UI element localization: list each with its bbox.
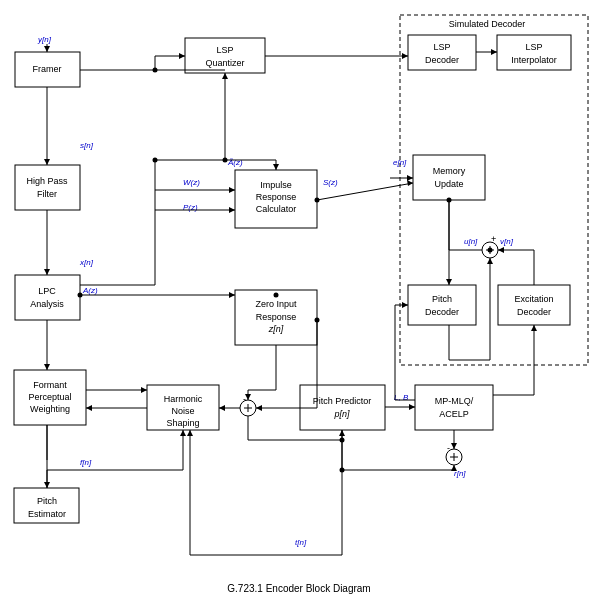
diagram-caption: G.723.1 Encoder Block Diagram (227, 583, 370, 594)
svg-text:Analysis: Analysis (30, 299, 64, 309)
sz-label: S(z) (323, 178, 338, 187)
junction-dot-6 (274, 293, 279, 298)
svg-marker-45 (491, 49, 497, 55)
az-tilde-label: Ã(z) (227, 158, 243, 167)
junction-dot-1 (153, 68, 158, 73)
svg-text:Decoder: Decoder (517, 307, 551, 317)
junction-dot-10 (78, 293, 83, 298)
zero-input-label: Zero Input (255, 299, 297, 309)
junction-dot-7 (340, 438, 345, 443)
fn-label: f[n] (80, 458, 92, 467)
svg-text:p[n]: p[n] (333, 409, 350, 419)
svg-text:Shaping: Shaping (166, 418, 199, 428)
excitation-decoder-block (498, 285, 570, 325)
svg-marker-52 (222, 73, 228, 79)
junction-dot-8 (488, 248, 493, 253)
svg-marker-63 (407, 175, 413, 181)
pitch-decoder-label: Pitch (432, 294, 452, 304)
svg-marker-93 (409, 404, 415, 410)
high-pass-filter-block (15, 165, 80, 210)
svg-marker-29 (44, 46, 50, 52)
lsp-quantizer-label: LSP (216, 45, 233, 55)
lsp-decoder-label: LSP (433, 42, 450, 52)
formant-weighting-label: Formant (33, 380, 67, 390)
svg-marker-81 (86, 405, 92, 411)
en-label: e[n] (393, 158, 407, 167)
mp-mlq-block (415, 385, 493, 430)
pitch-predictor-label: Pitch Predictor (313, 396, 372, 406)
svg-text:Decoder: Decoder (425, 307, 459, 317)
junction-dot-9 (447, 198, 452, 203)
svg-marker-33 (44, 269, 50, 275)
svg-text:z[n]: z[n] (268, 324, 284, 334)
svg-marker-106 (451, 465, 457, 471)
svg-marker-47 (229, 292, 235, 298)
lpc-analysis-block (15, 275, 80, 320)
svg-marker-96 (531, 325, 537, 331)
high-pass-filter-label: High Pass (26, 176, 68, 186)
svg-marker-79 (219, 405, 225, 411)
sn-label: s[n] (80, 141, 94, 150)
svg-text:Weighting: Weighting (30, 404, 70, 414)
svg-marker-41 (179, 53, 185, 59)
svg-text:Perceptual: Perceptual (28, 392, 71, 402)
junction-dot-11 (340, 468, 345, 473)
svg-marker-77 (256, 405, 262, 411)
svg-marker-69 (487, 258, 493, 264)
svg-text:-: - (447, 443, 450, 453)
svg-text:Noise: Noise (171, 406, 194, 416)
un-label: u[n] (464, 237, 478, 246)
lsp-interpolator-label: LSP (525, 42, 542, 52)
pz-label: P(z) (183, 203, 198, 212)
svg-marker-65 (446, 279, 452, 285)
svg-marker-35 (44, 364, 50, 370)
svg-marker-110 (187, 430, 193, 436)
memory-update-label: Memory (433, 166, 466, 176)
svg-text:Interpolator: Interpolator (511, 55, 557, 65)
svg-text:+: + (491, 234, 496, 244)
excitation-decoder-label: Excitation (514, 294, 553, 304)
svg-marker-72 (498, 247, 504, 253)
impulse-response-label: Impulse (260, 180, 292, 190)
svg-marker-43 (402, 53, 408, 59)
svg-text:Decoder: Decoder (425, 55, 459, 65)
svg-marker-61 (407, 180, 413, 186)
svg-text:Response: Response (256, 192, 297, 202)
svg-text:Quantizer: Quantizer (205, 58, 244, 68)
svg-text:Filter: Filter (37, 189, 57, 199)
pitch-estimator-label: Pitch (37, 496, 57, 506)
svg-text:ACELP: ACELP (439, 409, 469, 419)
svg-marker-100 (402, 302, 408, 308)
lb-label: L, B (394, 393, 409, 402)
junction-dot-5 (315, 318, 320, 323)
junction-dot-2 (153, 158, 158, 163)
svg-marker-31 (44, 159, 50, 165)
az-label: A(z) (82, 286, 98, 295)
harmonic-noise-label: Harmonic (164, 394, 203, 404)
pitch-decoder-block (408, 285, 476, 325)
svg-marker-59 (229, 207, 235, 213)
vn-label: v[n] (500, 237, 514, 246)
svg-marker-102 (451, 443, 457, 449)
svg-marker-57 (229, 187, 235, 193)
xn-label: x[n] (79, 258, 94, 267)
svg-text:Response: Response (256, 312, 297, 322)
tn-label: t[n] (295, 538, 307, 547)
memory-update-block (413, 155, 485, 200)
svg-marker-115 (180, 430, 186, 436)
junction-dot-3 (223, 158, 228, 163)
svg-text:Estimator: Estimator (28, 509, 66, 519)
svg-text:Calculator: Calculator (256, 204, 297, 214)
wz-label: W(z) (183, 178, 200, 187)
framer-label: Framer (33, 64, 62, 74)
svg-marker-83 (141, 387, 147, 393)
simulated-decoder-label: Simulated Decoder (449, 19, 526, 29)
svg-text:-: - (243, 394, 246, 404)
lpc-analysis-label: LPC (38, 286, 56, 296)
mp-mlq-label: MP-MLQ/ (435, 396, 474, 406)
diagram-container: Simulated Decoder Framer High Pass Filte… (0, 0, 599, 605)
yn-label: y[n] (37, 35, 52, 44)
svg-text:Update: Update (434, 179, 463, 189)
junction-dot-4 (315, 198, 320, 203)
svg-marker-55 (273, 164, 279, 170)
